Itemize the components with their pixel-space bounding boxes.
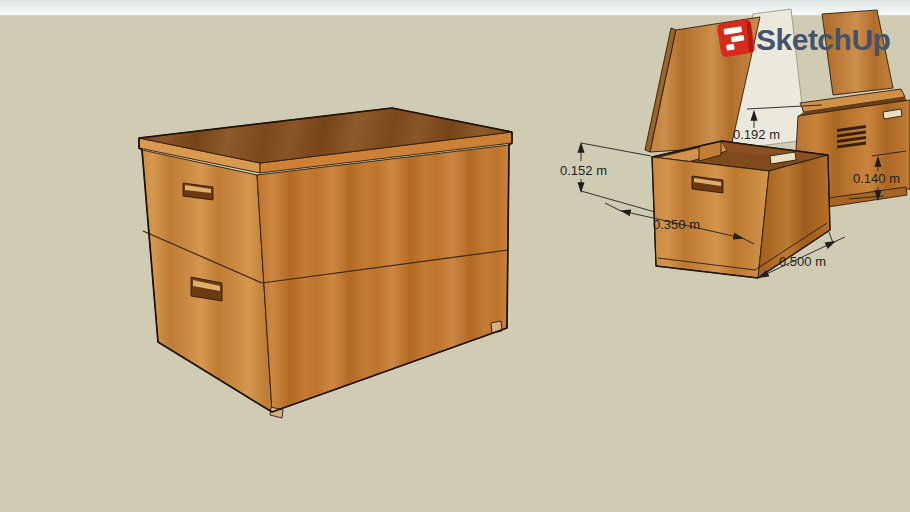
dimension-label: 0.500 m [779, 254, 826, 269]
dimension-label: 0.140 m [853, 171, 900, 186]
dimension-label: 0.192 m [733, 127, 780, 142]
logo-glyph-bar-bottom [726, 44, 735, 51]
model-render: 0.152 m 0.350 m 0.500 m 0.192 m [0, 0, 910, 512]
dimension-label: 0.350 m [653, 217, 700, 232]
sketchup-watermark: SketchUp [717, 19, 891, 58]
sketchup-logo-icon [717, 19, 756, 58]
sketchup-logo-text: SketchUp [756, 23, 891, 56]
dimension-label: 0.152 m [560, 163, 607, 178]
sketchup-3d-viewport[interactable]: 0.152 m 0.350 m 0.500 m 0.192 m [0, 0, 910, 512]
